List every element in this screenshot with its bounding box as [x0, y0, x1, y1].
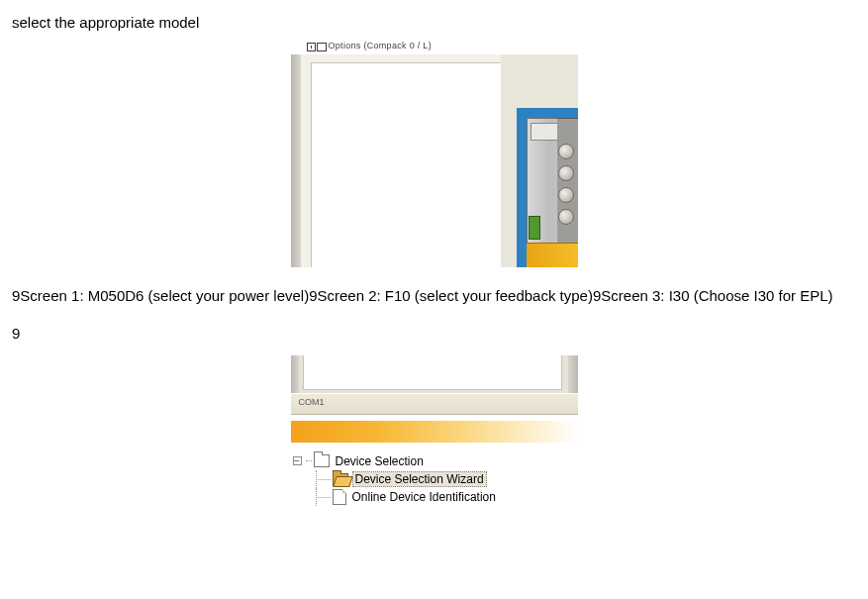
- page-instruction: select the appropriate model: [12, 14, 868, 31]
- tree-root-label: Device Selection: [334, 454, 424, 468]
- device-yellow-base: [527, 243, 578, 267]
- tree-item-label: Online Device Identification: [350, 490, 496, 504]
- figure1-caption: Options (Compack 0 / L): [329, 41, 432, 50]
- figure-1: Options (Compack 0 / L): [291, 41, 578, 267]
- device-port-icon: [558, 187, 574, 203]
- figure-2: COM1 − Device Selection Device Selection…: [291, 355, 578, 528]
- status-bar: COM1: [291, 393, 578, 415]
- page-icon: [317, 43, 327, 51]
- device-tree: − Device Selection Device Selection Wiza…: [293, 452, 578, 506]
- tree-item-wizard[interactable]: Device Selection Wizard: [293, 470, 578, 488]
- screens-description: 9Screen 1: M050D6 (select your power lev…: [12, 285, 856, 307]
- status-port-label: COM1: [299, 397, 325, 407]
- device-port-icon: [558, 165, 574, 181]
- device-port-icon: [558, 209, 574, 225]
- folder-icon: [314, 454, 330, 467]
- empty-list-panel: [311, 62, 503, 267]
- tree-item-label: Device Selection Wizard: [352, 471, 487, 487]
- tree-collapse-icon[interactable]: −: [293, 456, 302, 465]
- tree-root-row[interactable]: − Device Selection: [293, 452, 578, 470]
- device-port-icon: [558, 144, 574, 159]
- open-folder-icon: [333, 473, 348, 485]
- device-green-label: [529, 216, 540, 240]
- tree-item-online-id[interactable]: Online Device Identification: [293, 488, 578, 506]
- upper-panel: [303, 355, 562, 390]
- section-header-bar: [291, 421, 578, 443]
- page-icon: [333, 489, 346, 505]
- step-number: 9: [12, 325, 856, 342]
- tree-expander-icon: [307, 43, 316, 51]
